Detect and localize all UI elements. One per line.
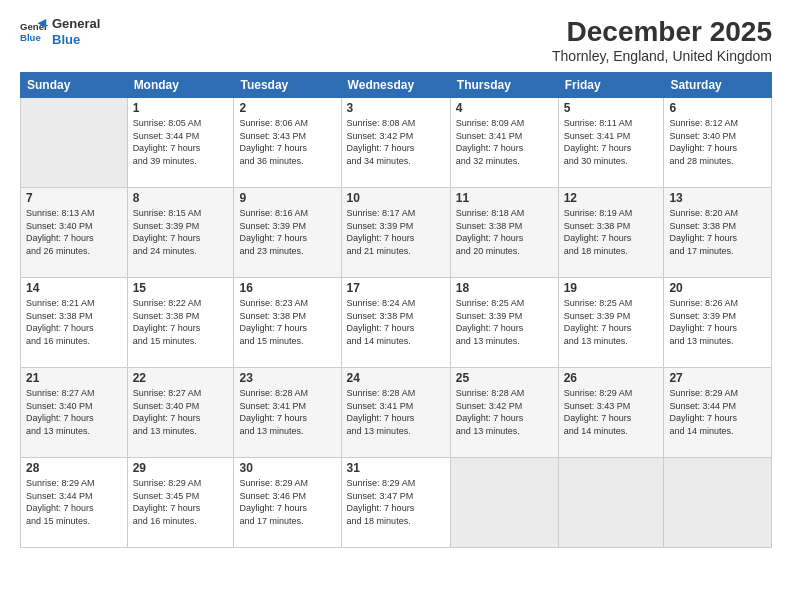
day-of-week-header-tuesday: Tuesday	[234, 73, 341, 98]
day-info: Sunrise: 8:05 AM Sunset: 3:44 PM Dayligh…	[133, 117, 229, 167]
day-info: Sunrise: 8:13 AM Sunset: 3:40 PM Dayligh…	[26, 207, 122, 257]
calendar-cell: 30Sunrise: 8:29 AM Sunset: 3:46 PM Dayli…	[234, 458, 341, 548]
header: General Blue General Blue December 2025 …	[20, 16, 772, 64]
logo-text: General Blue	[52, 16, 100, 47]
calendar-cell: 9Sunrise: 8:16 AM Sunset: 3:39 PM Daylig…	[234, 188, 341, 278]
day-number: 18	[456, 281, 553, 295]
day-number: 21	[26, 371, 122, 385]
day-number: 25	[456, 371, 553, 385]
day-info: Sunrise: 8:29 AM Sunset: 3:43 PM Dayligh…	[564, 387, 659, 437]
day-info: Sunrise: 8:22 AM Sunset: 3:38 PM Dayligh…	[133, 297, 229, 347]
day-info: Sunrise: 8:27 AM Sunset: 3:40 PM Dayligh…	[133, 387, 229, 437]
calendar-cell: 19Sunrise: 8:25 AM Sunset: 3:39 PM Dayli…	[558, 278, 664, 368]
day-number: 1	[133, 101, 229, 115]
calendar-cell: 17Sunrise: 8:24 AM Sunset: 3:38 PM Dayli…	[341, 278, 450, 368]
calendar-week-row: 7Sunrise: 8:13 AM Sunset: 3:40 PM Daylig…	[21, 188, 772, 278]
day-of-week-header-saturday: Saturday	[664, 73, 772, 98]
day-info: Sunrise: 8:24 AM Sunset: 3:38 PM Dayligh…	[347, 297, 445, 347]
subtitle: Thornley, England, United Kingdom	[552, 48, 772, 64]
calendar-cell: 23Sunrise: 8:28 AM Sunset: 3:41 PM Dayli…	[234, 368, 341, 458]
day-info: Sunrise: 8:15 AM Sunset: 3:39 PM Dayligh…	[133, 207, 229, 257]
day-number: 19	[564, 281, 659, 295]
calendar-cell: 3Sunrise: 8:08 AM Sunset: 3:42 PM Daylig…	[341, 98, 450, 188]
logo-general: General	[52, 16, 100, 32]
day-of-week-header-sunday: Sunday	[21, 73, 128, 98]
calendar-cell: 10Sunrise: 8:17 AM Sunset: 3:39 PM Dayli…	[341, 188, 450, 278]
svg-text:Blue: Blue	[20, 31, 41, 42]
day-info: Sunrise: 8:20 AM Sunset: 3:38 PM Dayligh…	[669, 207, 766, 257]
day-number: 28	[26, 461, 122, 475]
calendar-cell: 27Sunrise: 8:29 AM Sunset: 3:44 PM Dayli…	[664, 368, 772, 458]
day-info: Sunrise: 8:28 AM Sunset: 3:41 PM Dayligh…	[239, 387, 335, 437]
day-number: 24	[347, 371, 445, 385]
calendar-week-row: 14Sunrise: 8:21 AM Sunset: 3:38 PM Dayli…	[21, 278, 772, 368]
main-title: December 2025	[552, 16, 772, 48]
calendar-week-row: 1Sunrise: 8:05 AM Sunset: 3:44 PM Daylig…	[21, 98, 772, 188]
title-block: December 2025 Thornley, England, United …	[552, 16, 772, 64]
day-info: Sunrise: 8:26 AM Sunset: 3:39 PM Dayligh…	[669, 297, 766, 347]
day-number: 17	[347, 281, 445, 295]
calendar-cell: 25Sunrise: 8:28 AM Sunset: 3:42 PM Dayli…	[450, 368, 558, 458]
day-of-week-header-thursday: Thursday	[450, 73, 558, 98]
day-number: 30	[239, 461, 335, 475]
calendar-cell: 4Sunrise: 8:09 AM Sunset: 3:41 PM Daylig…	[450, 98, 558, 188]
day-number: 12	[564, 191, 659, 205]
calendar-cell: 28Sunrise: 8:29 AM Sunset: 3:44 PM Dayli…	[21, 458, 128, 548]
calendar-cell: 29Sunrise: 8:29 AM Sunset: 3:45 PM Dayli…	[127, 458, 234, 548]
calendar-week-row: 28Sunrise: 8:29 AM Sunset: 3:44 PM Dayli…	[21, 458, 772, 548]
day-number: 4	[456, 101, 553, 115]
day-info: Sunrise: 8:11 AM Sunset: 3:41 PM Dayligh…	[564, 117, 659, 167]
day-number: 22	[133, 371, 229, 385]
day-number: 9	[239, 191, 335, 205]
day-info: Sunrise: 8:29 AM Sunset: 3:47 PM Dayligh…	[347, 477, 445, 527]
day-of-week-header-friday: Friday	[558, 73, 664, 98]
day-number: 11	[456, 191, 553, 205]
day-number: 5	[564, 101, 659, 115]
calendar-cell: 18Sunrise: 8:25 AM Sunset: 3:39 PM Dayli…	[450, 278, 558, 368]
day-info: Sunrise: 8:12 AM Sunset: 3:40 PM Dayligh…	[669, 117, 766, 167]
day-info: Sunrise: 8:23 AM Sunset: 3:38 PM Dayligh…	[239, 297, 335, 347]
day-info: Sunrise: 8:25 AM Sunset: 3:39 PM Dayligh…	[564, 297, 659, 347]
calendar-cell: 24Sunrise: 8:28 AM Sunset: 3:41 PM Dayli…	[341, 368, 450, 458]
day-info: Sunrise: 8:17 AM Sunset: 3:39 PM Dayligh…	[347, 207, 445, 257]
day-info: Sunrise: 8:28 AM Sunset: 3:41 PM Dayligh…	[347, 387, 445, 437]
day-info: Sunrise: 8:21 AM Sunset: 3:38 PM Dayligh…	[26, 297, 122, 347]
day-number: 15	[133, 281, 229, 295]
day-info: Sunrise: 8:29 AM Sunset: 3:44 PM Dayligh…	[26, 477, 122, 527]
day-number: 3	[347, 101, 445, 115]
calendar-cell: 11Sunrise: 8:18 AM Sunset: 3:38 PM Dayli…	[450, 188, 558, 278]
calendar-cell: 12Sunrise: 8:19 AM Sunset: 3:38 PM Dayli…	[558, 188, 664, 278]
day-info: Sunrise: 8:25 AM Sunset: 3:39 PM Dayligh…	[456, 297, 553, 347]
day-number: 2	[239, 101, 335, 115]
logo-blue: Blue	[52, 32, 100, 48]
day-info: Sunrise: 8:08 AM Sunset: 3:42 PM Dayligh…	[347, 117, 445, 167]
calendar-cell	[558, 458, 664, 548]
calendar-cell: 6Sunrise: 8:12 AM Sunset: 3:40 PM Daylig…	[664, 98, 772, 188]
calendar-cell: 5Sunrise: 8:11 AM Sunset: 3:41 PM Daylig…	[558, 98, 664, 188]
calendar-cell: 20Sunrise: 8:26 AM Sunset: 3:39 PM Dayli…	[664, 278, 772, 368]
day-number: 16	[239, 281, 335, 295]
day-number: 26	[564, 371, 659, 385]
calendar-cell: 26Sunrise: 8:29 AM Sunset: 3:43 PM Dayli…	[558, 368, 664, 458]
calendar-table: SundayMondayTuesdayWednesdayThursdayFrid…	[20, 72, 772, 548]
day-number: 6	[669, 101, 766, 115]
calendar-cell: 15Sunrise: 8:22 AM Sunset: 3:38 PM Dayli…	[127, 278, 234, 368]
calendar-cell	[21, 98, 128, 188]
calendar-cell	[664, 458, 772, 548]
page: General Blue General Blue December 2025 …	[0, 0, 792, 612]
calendar-cell: 8Sunrise: 8:15 AM Sunset: 3:39 PM Daylig…	[127, 188, 234, 278]
calendar-cell: 2Sunrise: 8:06 AM Sunset: 3:43 PM Daylig…	[234, 98, 341, 188]
day-info: Sunrise: 8:29 AM Sunset: 3:45 PM Dayligh…	[133, 477, 229, 527]
day-of-week-header-monday: Monday	[127, 73, 234, 98]
calendar-cell	[450, 458, 558, 548]
calendar-cell: 31Sunrise: 8:29 AM Sunset: 3:47 PM Dayli…	[341, 458, 450, 548]
calendar-header-row: SundayMondayTuesdayWednesdayThursdayFrid…	[21, 73, 772, 98]
day-number: 13	[669, 191, 766, 205]
day-of-week-header-wednesday: Wednesday	[341, 73, 450, 98]
calendar-week-row: 21Sunrise: 8:27 AM Sunset: 3:40 PM Dayli…	[21, 368, 772, 458]
day-info: Sunrise: 8:06 AM Sunset: 3:43 PM Dayligh…	[239, 117, 335, 167]
day-info: Sunrise: 8:29 AM Sunset: 3:46 PM Dayligh…	[239, 477, 335, 527]
calendar-cell: 7Sunrise: 8:13 AM Sunset: 3:40 PM Daylig…	[21, 188, 128, 278]
calendar-cell: 1Sunrise: 8:05 AM Sunset: 3:44 PM Daylig…	[127, 98, 234, 188]
day-number: 10	[347, 191, 445, 205]
